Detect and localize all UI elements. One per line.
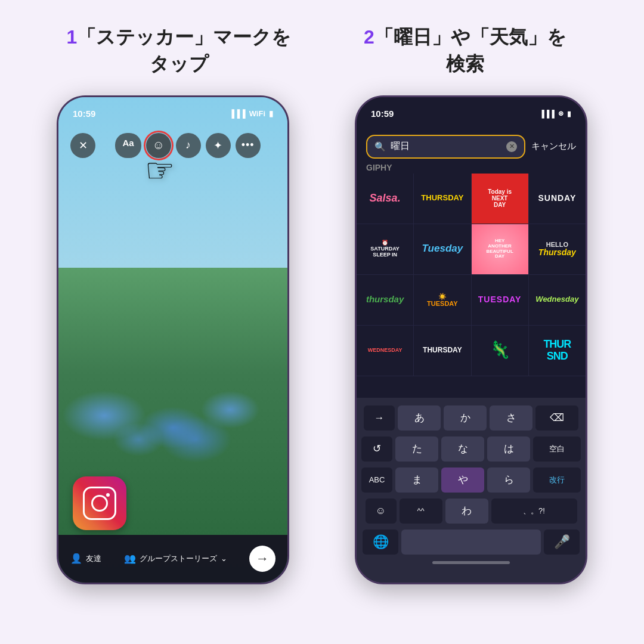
sticker-cell[interactable]: ⏰SATURDAYSLEEP IN	[357, 224, 414, 274]
step1-number: 1	[67, 26, 78, 48]
kb-undo-key[interactable]: ↺	[361, 436, 392, 462]
sticker-cell[interactable]: Salsa.	[357, 174, 414, 224]
sticker-cell[interactable]: TUESDAY	[472, 275, 529, 325]
kb-abc-key[interactable]: ABC	[361, 467, 392, 493]
sticker-cell[interactable]: THURSND	[529, 326, 586, 376]
instagram-circle	[91, 495, 108, 512]
kb-wa-key[interactable]: わ	[445, 499, 488, 524]
story-bottom-bar: 👤 友達 👥 グループストーリーズ ⌄ →	[58, 535, 287, 583]
sticker-label: WEDNESDAY	[368, 348, 402, 354]
kb-ha-key[interactable]: は	[487, 436, 530, 462]
kb-return-key[interactable]: 改行	[533, 467, 581, 493]
sticker-cell[interactable]: Tuesday	[414, 224, 471, 274]
kb-spacebar[interactable]	[401, 530, 541, 555]
sticker-grid: Salsa. THURSDAY Today isNEXTDAY SUNDAY ⏰…	[357, 174, 586, 398]
group-story-label: グループストーリーズ	[140, 553, 217, 564]
giphy-label: GIPHY	[357, 157, 402, 176]
sticker-cell[interactable]: THURSDAY	[414, 326, 471, 376]
sticker-label: THURSDAY	[423, 346, 462, 354]
sticker-cell[interactable]: THURSDAY	[414, 174, 471, 224]
sticker-cell[interactable]: SUNDAY	[529, 174, 586, 224]
instagram-inner-frame	[83, 487, 116, 520]
kb-arrow-key[interactable]: →	[364, 405, 395, 431]
close-button[interactable]: ✕	[70, 133, 95, 158]
status-bar-2: 10:59 ▐▐▐ ⊛ ▮	[357, 97, 586, 123]
kb-a-key[interactable]: あ	[398, 405, 441, 431]
music-button[interactable]: ♪	[176, 133, 201, 158]
sticker-label: Wednesday	[535, 295, 578, 304]
clear-icon: ✕	[509, 143, 515, 150]
kb-globe-key[interactable]: 🌐	[363, 530, 398, 555]
instagram-dot	[106, 493, 110, 497]
people-icon: 👤	[70, 553, 82, 564]
kb-mic-key[interactable]: 🎤	[544, 530, 580, 555]
more-button[interactable]: •••	[236, 133, 261, 158]
kb-ta-key[interactable]: た	[395, 436, 438, 462]
sticker-label: thursday	[366, 295, 404, 305]
phone2: 10:59 ▐▐▐ ⊛ ▮ 🔍 曜日 ✕ キャンセル GIPHY	[355, 95, 587, 584]
arrow-icon: →	[256, 551, 269, 566]
battery-icon-2: ▮	[567, 110, 571, 118]
chevron-down-icon: ⌄	[221, 554, 227, 563]
sticker-row-2: ⏰SATURDAYSLEEP IN Tuesday HEYANOTHERBEAU…	[357, 224, 586, 275]
kb-na-key[interactable]: な	[441, 436, 484, 462]
more-icon: •••	[242, 139, 255, 151]
home-indicator-2	[432, 561, 510, 564]
search-icon: 🔍	[374, 141, 386, 152]
kb-ma-key[interactable]: ま	[395, 467, 438, 493]
sticker-label: TUESDAY	[478, 295, 522, 304]
sticker-cell[interactable]: ☀️TUESDAY	[414, 275, 471, 325]
sticker-label: HELLOThursday	[538, 241, 576, 257]
kb-backspace-key[interactable]: ⌫	[535, 405, 578, 431]
wifi-icon-1: WiFi	[249, 109, 265, 118]
search-input[interactable]: 🔍 曜日 ✕	[366, 135, 525, 159]
sticker-label: SUNDAY	[538, 194, 576, 203]
sticker-cell[interactable]: Today isNEXTDAY	[472, 174, 529, 224]
sticker-cell[interactable]: HEYANOTHERBEAUTIFULDAY	[472, 224, 529, 274]
sticker-cell[interactable]: HELLOThursday	[529, 224, 586, 274]
sticker-row-3: thursday ☀️TUESDAY TUESDAY Wednesday	[357, 275, 586, 326]
kb-ya-key[interactable]: や	[441, 467, 484, 493]
sparkle-icon: ✦	[213, 139, 222, 152]
search-query: 曜日	[391, 140, 501, 153]
kb-caret-key[interactable]: ^^	[400, 499, 442, 524]
phone1: 10:59 ▐▐▐ WiFi ▮ ✕ Aa ☺ ♪	[57, 95, 289, 584]
close-friends-item[interactable]: 👤 友達	[70, 553, 101, 564]
kb-punct-key[interactable]: 、。?!	[491, 499, 577, 524]
group-story-item[interactable]: 👥 グループストーリーズ ⌄	[124, 553, 227, 564]
sticker-label: THURSND	[543, 339, 571, 363]
sticker-cell[interactable]: WEDNESDAY	[357, 326, 414, 376]
status-bar-1: 10:59 ▐▐▐ WiFi ▮	[58, 97, 287, 123]
sticker-label: ⏰SATURDAYSLEEP IN	[370, 240, 400, 258]
step2-number: 2	[364, 26, 374, 48]
time-2: 10:59	[371, 109, 394, 119]
close-icon: ✕	[79, 139, 88, 152]
battery-icon-1: ▮	[269, 109, 273, 118]
sticker-cell[interactable]: 🦎	[472, 326, 529, 376]
text-tool-button[interactable]: Aa	[115, 133, 141, 158]
sticker-row-1: Salsa. THURSDAY Today isNEXTDAY SUNDAY	[357, 174, 586, 224]
cancel-button[interactable]: キャンセル	[531, 141, 576, 152]
instagram-logo	[73, 476, 126, 530]
sticker-label: Tuesday	[422, 243, 463, 255]
japanese-keyboard: → あ か さ ⌫ ↺ た な は 空白 ABC ま や ら 改行	[357, 398, 586, 583]
step1-label: 1「ステッカー」マークをタップ	[54, 24, 304, 78]
sticker-cell[interactable]: thursday	[357, 275, 414, 325]
step2-label: 2「曜日」や「天気」を検索	[340, 24, 590, 78]
sticker-label: THURSDAY	[421, 194, 463, 202]
kb-emoji-key[interactable]: ☺	[366, 499, 397, 524]
signal-icon-1: ▐▐▐	[229, 109, 246, 118]
sparkle-button[interactable]: ✦	[206, 133, 231, 158]
sticker-label: ☀️TUESDAY	[427, 293, 458, 307]
cursor-hand: ☞	[145, 151, 175, 190]
close-friends-label: 友達	[86, 553, 101, 564]
search-clear-button[interactable]: ✕	[506, 141, 517, 152]
kb-sa-key[interactable]: さ	[490, 405, 532, 431]
kb-ka-key[interactable]: か	[444, 405, 487, 431]
sticker-cell[interactable]: Wednesday	[529, 275, 586, 325]
share-button[interactable]: →	[249, 546, 275, 572]
group-icon: 👥	[124, 553, 136, 564]
signal-icon-2: ▐▐▐	[539, 110, 555, 118]
kb-space-key[interactable]: 空白	[533, 436, 581, 462]
kb-ra-key[interactable]: ら	[487, 467, 530, 493]
